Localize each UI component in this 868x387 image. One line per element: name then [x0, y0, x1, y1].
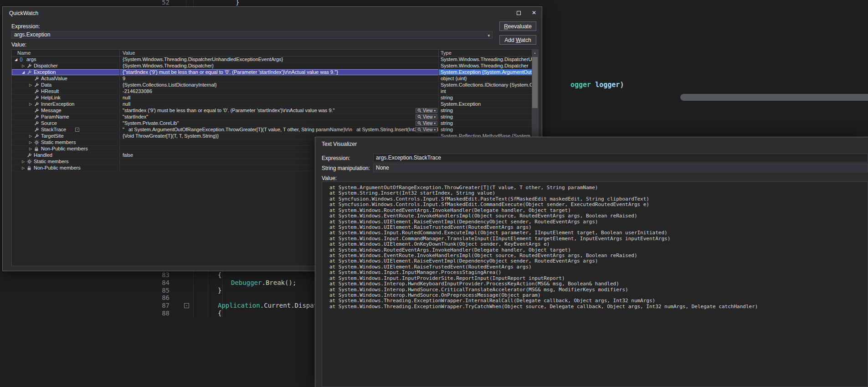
watch-row-stacktrace[interactable]: StackTrace-" at System.ArgumentOutOfRang… — [12, 127, 532, 133]
expand-toggle-icon[interactable]: ▷ — [29, 133, 34, 139]
watch-row-source[interactable]: Source"System.Private.CoreLib"View▾strin… — [12, 120, 532, 127]
watch-row-actualvalue[interactable]: ActualValue9object {uint} — [12, 76, 532, 82]
watch-row-args[interactable]: ◢{}args{System.Windows.Threading.Dispatc… — [12, 57, 532, 63]
watch-row-innerexception[interactable]: ▷InnerExceptionnullSystem.Exception — [12, 101, 532, 108]
view-button-label: View — [423, 127, 433, 133]
expression-value: args.Exception.StackTrace — [376, 155, 441, 161]
code-fold-toggle-icon[interactable]: - — [184, 303, 189, 308]
button-label-part: eevaluate — [508, 23, 532, 30]
expression-field[interactable]: args.Exception.StackTrace — [373, 154, 868, 162]
row-type: System.Exception — [441, 101, 481, 107]
code-text: } — [182, 287, 221, 294]
close-button[interactable]: ✕ — [526, 7, 542, 19]
row-name: Static members — [41, 139, 76, 145]
stack-trace-line: at System.Windows.EventRoute.InvokeHandl… — [329, 213, 868, 219]
row-type: string — [441, 95, 453, 100]
line-number: 84 — [155, 279, 169, 287]
row-value: {System.Collections.ListDictionaryIntern… — [123, 82, 217, 88]
view-dropdown-caret-icon[interactable]: ▾ — [434, 108, 436, 114]
code-line: 87Application.Current.Dispat — [0, 302, 315, 310]
expand-toggle-icon[interactable]: ▷ — [22, 165, 27, 171]
expression-combobox[interactable]: args.Exception — [11, 31, 493, 39]
view-value-button[interactable]: View▾ — [416, 127, 437, 132]
line-number: 52 — [155, 0, 169, 6]
static-members-icon — [27, 159, 32, 164]
collapse-toggle-icon[interactable]: ◢ — [22, 69, 27, 75]
row-name: InnerException — [41, 101, 74, 107]
expand-toggle-icon[interactable]: ▷ — [29, 139, 34, 145]
row-name: Exception — [34, 69, 56, 75]
row-value: "startIndex" — [123, 114, 148, 119]
code-line: 85} — [0, 287, 315, 294]
visualizer-text[interactable]: at System.ArgumentOutOfRangeException.Th… — [322, 181, 868, 387]
expression-label: Expression: — [11, 23, 40, 30]
row-name: Source — [41, 120, 57, 126]
watch-row-exception[interactable]: ◢Exception{"startIndex ('9') must be les… — [12, 69, 532, 76]
wrench-icon — [34, 102, 39, 107]
watch-row-paramname[interactable]: ParamName"startIndex"View▾string — [12, 114, 532, 120]
stack-trace-line: at System.Windows.Threading.ExceptionWra… — [329, 304, 868, 310]
expand-toggle-icon[interactable]: ▷ — [29, 101, 34, 107]
editor-bottom-fragment: 83{84Debugger.Break();85}8687Application… — [0, 271, 315, 387]
magnifier-icon — [417, 115, 421, 119]
line-number: 85 — [155, 287, 169, 294]
chevron-down-icon[interactable] — [488, 32, 490, 39]
watch-row-hresult[interactable]: HResult-2146233086int — [12, 88, 532, 95]
expand-toggle-icon[interactable]: ▷ — [22, 159, 27, 165]
view-value-button[interactable]: View▾ — [416, 121, 437, 126]
expand-toggle-icon[interactable]: ▷ — [29, 146, 34, 152]
button-mnemonic: W — [516, 37, 521, 43]
code-line: 86 — [0, 294, 315, 302]
button-mnemonic: R — [504, 23, 508, 30]
row-name: args — [26, 57, 36, 62]
static-members-icon — [34, 140, 39, 145]
column-header-value[interactable]: Value — [120, 50, 439, 56]
row-type: System.Collections.IDictionary {System.C… — [441, 82, 532, 88]
watch-row-message[interactable]: Message"startIndex ('9') must be less th… — [12, 108, 532, 114]
scroll-up-icon[interactable] — [532, 50, 538, 56]
line-number: 86 — [155, 294, 169, 302]
maximize-button[interactable] — [511, 7, 526, 19]
stack-trace-line: at System.Windows.Input.InputManager.Pro… — [329, 270, 868, 275]
editor-scrollbar-thumb[interactable] — [680, 94, 868, 101]
expand-string-icon[interactable]: - — [75, 128, 79, 132]
row-name: TargetSite — [41, 133, 64, 139]
row-type: System.Windows.Threading.DispatcherUnh..… — [441, 57, 532, 62]
collapse-toggle-icon[interactable]: ◢ — [15, 57, 20, 62]
watch-row-dispatcher[interactable]: ▷Dispatcher{System.Windows.Threading.Dis… — [12, 63, 532, 69]
view-value-button[interactable]: View▾ — [416, 108, 437, 113]
scrollbar-thumb[interactable] — [532, 57, 538, 108]
row-value: {System.Windows.Threading.DispatcherUnha… — [123, 57, 283, 62]
column-header-type[interactable]: Type — [439, 50, 532, 56]
row-value: {"startIndex ('9') must be less than or … — [123, 69, 338, 75]
view-dropdown-caret-icon[interactable]: ▾ — [434, 127, 436, 133]
add-watch-button[interactable]: Add Watch — [499, 35, 536, 45]
editor-top-fragment: 52 } — [0, 0, 501, 6]
view-button-label: View — [423, 108, 433, 114]
value-label: Value: — [11, 41, 26, 48]
view-dropdown-caret-icon[interactable]: ▾ — [434, 120, 436, 126]
quickwatch-title: QuickWatch — [9, 10, 38, 16]
column-header-name[interactable]: Name — [12, 50, 120, 56]
view-dropdown-caret-icon[interactable]: ▾ — [434, 114, 436, 120]
stack-trace-line: at System.String.Insert(Int32 startIndex… — [329, 191, 868, 196]
wrench-icon — [34, 108, 39, 113]
text-visualizer-title: Text Visualizer — [322, 141, 357, 147]
view-value-button[interactable]: View▾ — [416, 114, 437, 119]
string-manipulation-combobox[interactable]: None — [373, 164, 868, 172]
row-name: Non-Public members — [41, 146, 88, 152]
row-type: object {uint} — [441, 76, 467, 81]
expression-value: args.Exception — [14, 31, 50, 38]
watch-row-helplink[interactable]: HelpLinknullstring — [12, 95, 532, 101]
row-type: System.Exception {System.ArgumentOutOf..… — [441, 69, 532, 75]
expand-toggle-icon[interactable]: ▷ — [22, 63, 27, 69]
line-number: 87 — [155, 302, 169, 310]
row-name: Handled — [34, 152, 52, 158]
reevaluate-button[interactable]: Reevaluate — [499, 21, 536, 31]
code-text: { — [182, 271, 221, 279]
row-type: string — [441, 120, 453, 126]
window-controls: ✕ — [511, 7, 542, 19]
expand-toggle-icon[interactable]: ▷ — [29, 82, 34, 88]
view-button-label: View — [423, 114, 433, 120]
watch-row-data[interactable]: ▷Data{System.Collections.ListDictionaryI… — [12, 82, 532, 88]
